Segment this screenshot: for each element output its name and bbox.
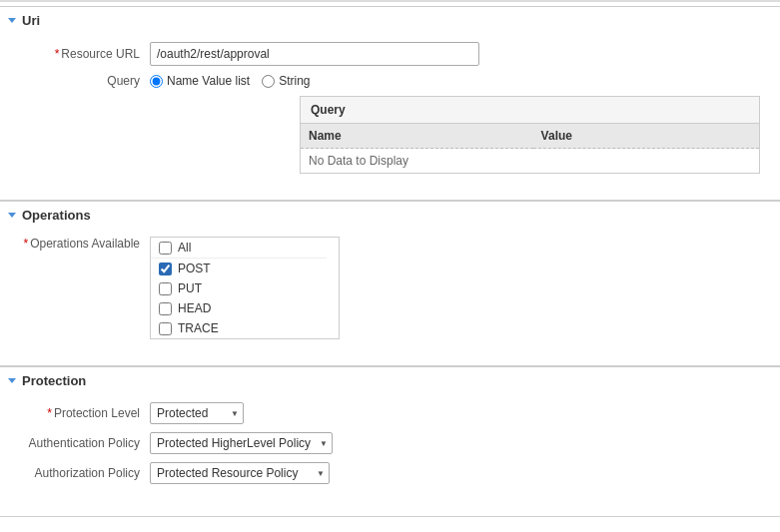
authz-policy-row: Authorization Policy Protected Resource … [0, 462, 780, 484]
protection-section-header[interactable]: Protection [0, 366, 780, 394]
query-col-value: Value [533, 124, 759, 149]
protection-section: Protection *Protection Level Protected U… [0, 366, 780, 500]
ops-item-head[interactable]: HEAD [151, 298, 327, 318]
authz-policy-label: Authorization Policy [10, 466, 150, 480]
uri-section: Uri *Resource URL Query Name Value list [0, 6, 780, 190]
operations-section: Operations *Operations Available All [0, 201, 780, 355]
bottom-divider [0, 516, 780, 517]
radio-string-input[interactable] [262, 75, 275, 88]
query-col-name: Name [301, 124, 533, 149]
ops-item-trace[interactable]: TRACE [151, 318, 327, 338]
query-no-data-cell: No Data to Display [301, 149, 759, 174]
operations-available-row: *Operations Available All POST [0, 237, 780, 339]
ops-item-all[interactable]: All [151, 238, 327, 259]
ops-list-scroll[interactable]: All POST PUT [151, 238, 339, 338]
radio-string[interactable]: String [262, 74, 310, 88]
radio-name-value-label: Name Value list [167, 74, 250, 88]
query-radio-group: Name Value list String [150, 74, 311, 88]
auth-policy-wrapper: Protected HigherLevel Policy Default Pol… [150, 432, 333, 454]
operations-section-title: Operations [22, 208, 91, 223]
operations-collapse-icon [8, 213, 16, 218]
ops-checkbox-head[interactable] [159, 302, 172, 315]
authz-policy-wrapper: Protected Resource Policy Default Policy [150, 462, 330, 484]
operations-section-content: *Operations Available All POST [0, 229, 780, 355]
authz-policy-select[interactable]: Protected Resource Policy Default Policy [150, 462, 330, 484]
radio-name-value[interactable]: Name Value list [150, 74, 250, 88]
required-star: * [55, 47, 60, 61]
query-label: Query [10, 74, 150, 88]
radio-string-label: String [279, 74, 310, 88]
query-table: Name Value No Data to Display [301, 124, 759, 173]
resource-url-row: *Resource URL [0, 42, 780, 66]
protection-collapse-icon [8, 378, 16, 383]
protection-level-select[interactable]: Protected Unprotected Excluded [150, 402, 244, 424]
ops-checkbox-post[interactable] [159, 263, 172, 275]
ops-label-put: PUT [178, 281, 202, 295]
resource-url-input[interactable] [150, 42, 479, 66]
auth-policy-row: Authentication Policy Protected HigherLe… [0, 432, 780, 454]
query-row: Query Name Value list String [0, 74, 780, 88]
ops-label-trace: TRACE [178, 321, 219, 335]
auth-policy-select[interactable]: Protected HigherLevel Policy Default Pol… [150, 432, 333, 454]
ops-checkbox-trace[interactable] [159, 322, 172, 335]
ops-list-container[interactable]: All POST PUT [150, 237, 340, 339]
resource-url-label: *Resource URL [10, 47, 150, 61]
uri-section-content: *Resource URL Query Name Value list Stri… [0, 34, 780, 190]
auth-policy-label: Authentication Policy [10, 436, 150, 450]
prot-required-star: * [47, 406, 52, 420]
ops-checkbox-all[interactable] [159, 242, 172, 255]
protection-section-title: Protection [22, 373, 86, 388]
ops-item-put[interactable]: PUT [151, 278, 327, 298]
protection-level-row: *Protection Level Protected Unprotected … [0, 402, 780, 424]
uri-section-title: Uri [22, 13, 40, 28]
query-panel-title: Query [301, 97, 759, 124]
ops-item-post[interactable]: POST [151, 259, 327, 278]
protection-level-wrapper: Protected Unprotected Excluded [150, 402, 244, 424]
query-no-data-row: No Data to Display [301, 149, 759, 174]
ops-label-all: All [178, 241, 191, 255]
query-table-header-row: Name Value [301, 124, 759, 149]
operations-section-header[interactable]: Operations [0, 201, 780, 229]
uri-collapse-icon [8, 18, 16, 23]
query-panel-row: Query Name Value No Data to Display [0, 96, 780, 174]
protection-section-content: *Protection Level Protected Unprotected … [0, 394, 780, 500]
ops-label-post: POST [178, 262, 211, 275]
radio-name-value-input[interactable] [150, 75, 163, 88]
ops-checkbox-put[interactable] [159, 282, 172, 295]
ops-required-star: * [23, 237, 28, 251]
query-panel: Query Name Value No Data to Display [300, 96, 760, 174]
protection-level-label: *Protection Level [10, 406, 150, 420]
ops-label-head: HEAD [178, 301, 211, 315]
uri-section-header[interactable]: Uri [0, 6, 780, 34]
ops-list-wrapper: All POST PUT [150, 237, 340, 339]
operations-available-label: *Operations Available [10, 237, 150, 251]
